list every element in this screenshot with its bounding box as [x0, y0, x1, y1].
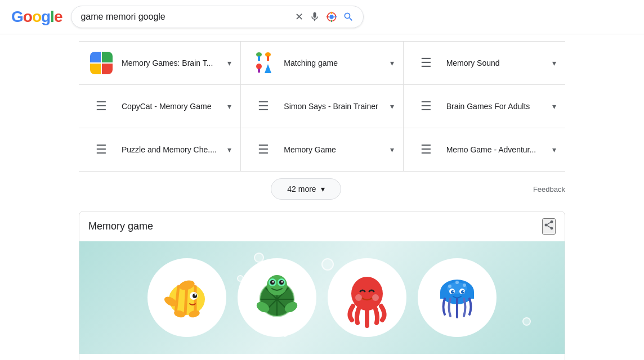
bubble-1 [254, 253, 264, 263]
copycat-chevron: ▾ [227, 102, 231, 111]
more-btn-container: 42 more ▾ [79, 178, 533, 200]
brain-games-icon: ☰ [413, 93, 440, 120]
svg-point-48 [461, 290, 464, 294]
bubble-5 [522, 317, 531, 326]
svg-rect-5 [334, 16, 337, 17]
svg-point-40 [355, 294, 362, 301]
puzzle-label: Puzzle and Memory Che.... [122, 145, 221, 154]
svg-point-52 [455, 281, 459, 284]
app-cell-memory-games-brain[interactable]: Memory Games: Brain T... ▾ [79, 42, 241, 84]
app-grid: Memory Games: Brain T... ▾ Matching game [0, 34, 644, 172]
svg-point-10 [256, 64, 262, 69]
memory-game-label: Memory Game [284, 145, 383, 154]
svg-point-35 [272, 281, 274, 283]
svg-point-6 [256, 52, 262, 57]
svg-rect-9 [267, 56, 269, 61]
header: Google ✕ [0, 0, 644, 34]
svg-point-36 [281, 281, 283, 283]
voice-search-button[interactable] [309, 11, 320, 22]
svg-point-50 [463, 291, 464, 292]
svg-point-51 [448, 285, 451, 288]
brain-games-chevron: ▾ [552, 102, 556, 111]
google-logo: Google [11, 8, 62, 26]
search-button[interactable] [343, 11, 354, 22]
creature-green-frog[interactable] [238, 258, 316, 337]
app-cell-simon-says[interactable]: ☰ Simon Says - Brain Trainer ▾ [241, 85, 403, 128]
svg-rect-4 [327, 16, 329, 17]
svg-rect-2 [332, 12, 333, 14]
memory-game-area [79, 241, 565, 354]
memory-game-chevron: ▾ [390, 145, 394, 154]
memory-games-brain-label: Memory Games: Brain T... [122, 58, 221, 68]
svg-point-8 [265, 52, 271, 57]
app-cell-matching-game[interactable]: Matching game ▾ [241, 42, 403, 84]
app-row-1: Memory Games: Brain T... ▾ Matching game [79, 41, 565, 85]
memory-game-card: Memory game [79, 211, 565, 360]
clear-button[interactable]: ✕ [295, 11, 303, 23]
bubble-2 [237, 275, 244, 282]
matching-game-chevron: ▾ [390, 58, 394, 68]
play-area: Play [79, 354, 565, 360]
copycat-icon: ☰ [88, 93, 115, 120]
svg-marker-12 [265, 64, 271, 73]
app-cell-memo-game[interactable]: ☰ Memo Game - Adventur... ▾ [404, 128, 565, 171]
app-cell-memory-game[interactable]: ☰ Memory Game ▾ [241, 128, 403, 171]
copycat-label: CopyCat - Memory Game [122, 102, 221, 111]
memory-card-title: Memory game [88, 220, 153, 232]
share-button[interactable] [542, 218, 556, 235]
svg-rect-3 [332, 20, 333, 22]
app-cell-brain-games[interactable]: ☰ Brain Games For Adults ▾ [404, 85, 565, 128]
svg-point-1 [330, 15, 334, 19]
memory-games-brain-icon [88, 50, 115, 76]
svg-point-53 [463, 284, 466, 287]
bubble-4 [282, 331, 288, 337]
svg-point-49 [453, 291, 454, 292]
app-row-3: ☰ Puzzle and Memory Che.... ▾ ☰ Memory G… [79, 128, 565, 172]
app-cell-copycat[interactable]: ☰ CopyCat - Memory Game ▾ [79, 85, 241, 128]
memory-sound-icon: ☰ [413, 50, 440, 76]
puzzle-icon: ☰ [88, 136, 115, 163]
memo-game-label: Memo Game - Adventur... [446, 145, 545, 154]
memory-sound-label: Memory Sound [446, 58, 545, 68]
brain-games-label: Brain Games For Adults [446, 102, 545, 111]
more-button[interactable]: 42 more ▾ [271, 178, 341, 200]
memory-card-header: Memory game [79, 212, 565, 241]
matching-game-label: Matching game [284, 58, 383, 68]
simon-says-label: Simon Says - Brain Trainer [284, 102, 383, 111]
more-button-chevron: ▾ [321, 184, 325, 194]
memory-games-brain-chevron: ▾ [227, 58, 231, 68]
search-input[interactable] [80, 12, 290, 22]
more-row: 42 more ▾ Feedback [0, 172, 644, 206]
memory-game-icon: ☰ [250, 136, 277, 163]
svg-rect-11 [258, 69, 260, 73]
creature-blue-jellyfish[interactable] [418, 258, 497, 337]
puzzle-chevron: ▾ [227, 145, 231, 154]
svg-point-41 [372, 294, 379, 301]
more-button-label: 42 more [287, 184, 316, 194]
search-icons: ✕ [295, 11, 354, 23]
memory-sound-chevron: ▾ [552, 58, 556, 68]
svg-point-21 [195, 294, 196, 296]
simon-says-chevron: ▾ [390, 102, 394, 111]
creature-red-octopus[interactable] [328, 258, 406, 337]
matching-game-icon [250, 50, 277, 76]
app-row-2: ☰ CopyCat - Memory Game ▾ ☰ Simon Says -… [79, 85, 565, 128]
creature-yellow-fish[interactable] [147, 258, 226, 337]
simon-says-icon: ☰ [250, 93, 277, 120]
lens-button[interactable] [326, 11, 337, 22]
svg-rect-7 [258, 56, 260, 61]
app-cell-puzzle[interactable]: ☰ Puzzle and Memory Che.... ▾ [79, 128, 241, 171]
app-cell-memory-sound[interactable]: ☰ Memory Sound ▾ [404, 42, 565, 84]
svg-point-47 [451, 290, 454, 294]
svg-point-39 [351, 277, 383, 310]
memo-game-icon: ☰ [413, 136, 440, 163]
feedback-link[interactable]: Feedback [533, 185, 565, 194]
memo-game-chevron: ▾ [552, 145, 556, 154]
bubble-3 [321, 258, 334, 271]
search-bar: ✕ [71, 6, 364, 28]
